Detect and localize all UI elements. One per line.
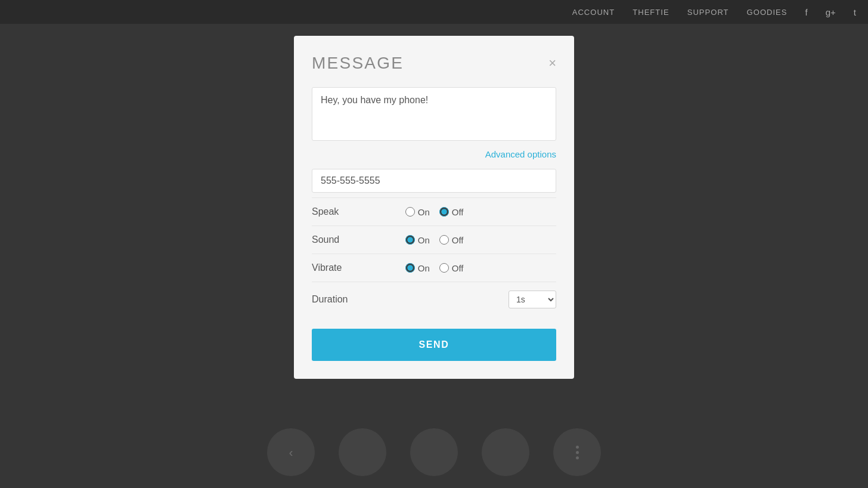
- modal-header: MESSAGE ×: [312, 54, 556, 73]
- sound-on-label: On: [418, 235, 430, 245]
- message-input[interactable]: Hey, you have my phone!: [312, 87, 556, 141]
- speak-on-option[interactable]: On: [405, 207, 430, 217]
- googleplus-icon[interactable]: g+: [826, 7, 836, 17]
- speak-off-radio[interactable]: [439, 207, 449, 217]
- speak-off-option[interactable]: Off: [439, 207, 464, 217]
- vibrate-on-radio[interactable]: [405, 263, 415, 273]
- nav-goodies[interactable]: GOODIES: [747, 8, 788, 17]
- nav-support[interactable]: SUPPORT: [687, 8, 729, 17]
- vibrate-radio-group: On Off: [405, 263, 556, 273]
- nav-account[interactable]: ACCOUNT: [572, 8, 615, 17]
- sound-label: Sound: [312, 234, 339, 245]
- vibrate-off-radio[interactable]: [439, 263, 449, 273]
- twitter-icon[interactable]: t: [854, 7, 856, 17]
- sound-off-option[interactable]: Off: [439, 235, 464, 245]
- sound-off-radio[interactable]: [439, 235, 449, 245]
- vibrate-off-option[interactable]: Off: [439, 263, 464, 273]
- vibrate-off-label: Off: [452, 263, 464, 273]
- sound-on-option[interactable]: On: [405, 235, 430, 245]
- modal-title: MESSAGE: [312, 54, 404, 73]
- vibrate-row: Vibrate On Off: [312, 254, 556, 282]
- sound-row: Sound On Off: [312, 226, 556, 254]
- speak-on-radio[interactable]: [405, 207, 415, 217]
- vibrate-on-label: On: [418, 263, 430, 273]
- speak-on-label: On: [418, 207, 430, 217]
- nav-theftie[interactable]: THEFTIE: [633, 8, 669, 17]
- speak-label: Speak: [312, 206, 339, 217]
- speak-row: Speak On Off: [312, 198, 556, 226]
- options-table: Speak On Off: [312, 197, 556, 317]
- modal-overlay: MESSAGE × Hey, you have my phone! Advanc…: [0, 24, 868, 488]
- facebook-icon[interactable]: f: [805, 7, 808, 17]
- phone-input[interactable]: [312, 169, 556, 193]
- duration-row: Duration 1s 2s 5s 10s 30s: [312, 282, 556, 317]
- top-navigation: ACCOUNT THEFTIE SUPPORT GOODIES f g+ t: [0, 0, 868, 24]
- sound-radio-group: On Off: [405, 235, 556, 245]
- speak-radio-group: On Off: [405, 207, 556, 217]
- send-button[interactable]: SEND: [312, 329, 556, 361]
- message-modal: MESSAGE × Hey, you have my phone! Advanc…: [294, 36, 574, 379]
- vibrate-label: Vibrate: [312, 262, 342, 273]
- speak-off-label: Off: [452, 207, 464, 217]
- close-button[interactable]: ×: [548, 57, 556, 70]
- advanced-options-link[interactable]: Advanced options: [312, 149, 556, 159]
- duration-label: Duration: [312, 294, 348, 304]
- sound-on-radio[interactable]: [405, 235, 415, 245]
- vibrate-on-option[interactable]: On: [405, 263, 430, 273]
- duration-select[interactable]: 1s 2s 5s 10s 30s: [509, 291, 556, 308]
- sound-off-label: Off: [452, 235, 464, 245]
